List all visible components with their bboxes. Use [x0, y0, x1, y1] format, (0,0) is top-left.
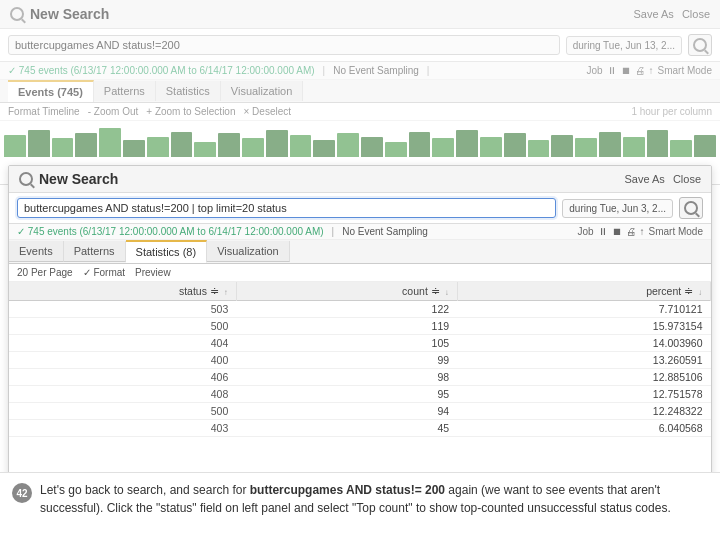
- top-toolbar: Job ⏸ ⏹ 🖨 ↑ Smart Mode: [586, 65, 712, 76]
- bar-9: [194, 142, 216, 157]
- main-stop-icon[interactable]: ⏹: [612, 226, 622, 237]
- cell-status: 400: [9, 352, 236, 369]
- main-panel: New Search Save As Close buttercupgames …: [8, 165, 712, 480]
- tab-patterns[interactable]: Patterns: [94, 81, 156, 101]
- top-tabs: Events (745) Patterns Statistics Visuali…: [0, 80, 720, 103]
- cell-count: 99: [236, 352, 457, 369]
- main-date-selector[interactable]: during Tue, Jun 3, 2...: [562, 199, 673, 218]
- main-save-as-button[interactable]: Save As: [625, 173, 665, 185]
- per-page-selector[interactable]: 20 Per Page: [17, 267, 73, 278]
- main-tab-visualization[interactable]: Visualization: [207, 241, 290, 262]
- cell-percent: 12.885106: [457, 369, 710, 386]
- col-percent[interactable]: percent ≑ ↓: [457, 282, 710, 301]
- main-search-button[interactable]: [679, 197, 703, 219]
- main-search-submit-icon: [684, 201, 698, 215]
- main-tab-patterns[interactable]: Patterns: [64, 241, 126, 262]
- bar-13: [290, 135, 312, 157]
- top-search-input[interactable]: [8, 35, 560, 55]
- bar-18: [409, 132, 431, 158]
- top-chart: [0, 121, 720, 159]
- main-info-row: ✓ 745 events (6/13/17 12:00:00.000 AM to…: [9, 224, 711, 240]
- caption-number: 42: [12, 483, 32, 503]
- cell-count: 122: [236, 301, 457, 318]
- main-pause-icon[interactable]: ⏸: [598, 226, 608, 237]
- main-smart-mode-button[interactable]: Smart Mode: [649, 226, 703, 237]
- search-icon: [10, 7, 24, 21]
- bar-30: [694, 135, 716, 157]
- bar-22: [504, 133, 526, 157]
- bar-12: [266, 130, 288, 157]
- stop-icon[interactable]: ⏹: [621, 65, 631, 76]
- main-events-info: ✓ 745 events (6/13/17 12:00:00.000 AM to…: [17, 226, 324, 237]
- divider2: |: [427, 65, 430, 76]
- bar-10: [218, 133, 240, 157]
- main-panel-header-left: New Search: [19, 171, 118, 187]
- bar-4: [75, 133, 97, 157]
- cell-percent: 13.260591: [457, 352, 710, 369]
- tab-events[interactable]: Events (745): [8, 80, 94, 102]
- cell-status: 406: [9, 369, 236, 386]
- save-as-button[interactable]: Save As: [634, 8, 674, 20]
- caption-area: 42 Let's go back to search, and search f…: [0, 472, 720, 540]
- cell-status: 408: [9, 386, 236, 403]
- bar-7: [147, 137, 169, 157]
- top-no-sampling[interactable]: No Event Sampling: [333, 65, 419, 76]
- bar-17: [385, 142, 407, 157]
- zoom-selection-button[interactable]: + Zoom to Selection: [146, 106, 235, 117]
- table-row: 500 94 12.248322: [9, 403, 711, 420]
- main-search-input[interactable]: buttercupgames AND status!=200 | top lim…: [17, 198, 556, 218]
- search-query-text: buttercupgames AND status!=200 | top lim…: [24, 202, 287, 214]
- top-date-selector[interactable]: during Tue, Jun 13, 2...: [566, 36, 682, 55]
- main-job-button[interactable]: Job: [577, 226, 593, 237]
- cell-count: 95: [236, 386, 457, 403]
- cell-status: 404: [9, 335, 236, 352]
- bar-25: [575, 138, 597, 157]
- caption-bold-query: buttercupgames AND status!= 200: [250, 483, 445, 497]
- main-panel-title: New Search: [39, 171, 118, 187]
- smart-mode-button[interactable]: Smart Mode: [658, 65, 712, 76]
- main-close-button[interactable]: Close: [673, 173, 701, 185]
- cell-status: 500: [9, 403, 236, 420]
- close-button[interactable]: Close: [682, 8, 710, 20]
- cell-count: 98: [236, 369, 457, 386]
- cell-status: 503: [9, 301, 236, 318]
- top-panel-header-right: Save As Close: [634, 8, 710, 20]
- cell-percent: 12.248322: [457, 403, 710, 420]
- tab-visualization[interactable]: Visualization: [221, 81, 304, 101]
- zoom-out-button[interactable]: - Zoom Out: [88, 106, 139, 117]
- statistics-table: status ≑ ↑ count ≑ ↓ percent ≑ ↓ 503 122…: [9, 282, 711, 437]
- bar-16: [361, 137, 383, 157]
- col-count[interactable]: count ≑ ↓: [236, 282, 457, 301]
- caption-text: Let's go back to search, and search for …: [40, 481, 708, 517]
- top-panel-header-left: New Search: [10, 6, 109, 22]
- main-print-icon[interactable]: 🖨: [626, 226, 636, 237]
- col-status[interactable]: status ≑ ↑: [9, 282, 236, 301]
- bar-23: [528, 140, 550, 157]
- cell-percent: 7.710121: [457, 301, 710, 318]
- top-search-bar: during Tue, Jun 13, 2...: [0, 29, 720, 62]
- preview-button[interactable]: Preview: [135, 267, 171, 278]
- format-button[interactable]: ✓ Format: [83, 267, 125, 278]
- bar-29: [670, 140, 692, 157]
- main-tabs: Events Patterns Statistics (8) Visualiza…: [9, 240, 711, 264]
- tab-statistics[interactable]: Statistics: [156, 81, 221, 101]
- deselect-button[interactable]: × Deselect: [243, 106, 291, 117]
- table-body: 503 122 7.710121 500 119 15.973154 404 1…: [9, 301, 711, 437]
- share-icon[interactable]: ↑: [649, 65, 654, 76]
- job-button[interactable]: Job: [586, 65, 602, 76]
- timeline-controls: Format Timeline - Zoom Out + Zoom to Sel…: [0, 103, 720, 121]
- top-search-button[interactable]: [688, 34, 712, 56]
- cell-percent: 12.751578: [457, 386, 710, 403]
- main-divider1: |: [332, 226, 335, 237]
- format-timeline-button[interactable]: Format Timeline: [8, 106, 80, 117]
- table-row: 400 99 13.260591: [9, 352, 711, 369]
- bar-28: [647, 130, 669, 157]
- main-search-bar: buttercupgames AND status!=200 | top lim…: [9, 193, 711, 224]
- divider1: |: [323, 65, 326, 76]
- main-tab-statistics[interactable]: Statistics (8): [126, 240, 208, 263]
- main-share-icon[interactable]: ↑: [640, 226, 645, 237]
- main-tab-events[interactable]: Events: [9, 241, 64, 262]
- pause-icon[interactable]: ⏸: [607, 65, 617, 76]
- main-no-sampling[interactable]: No Event Sampling: [342, 226, 428, 237]
- print-icon[interactable]: 🖨: [635, 65, 645, 76]
